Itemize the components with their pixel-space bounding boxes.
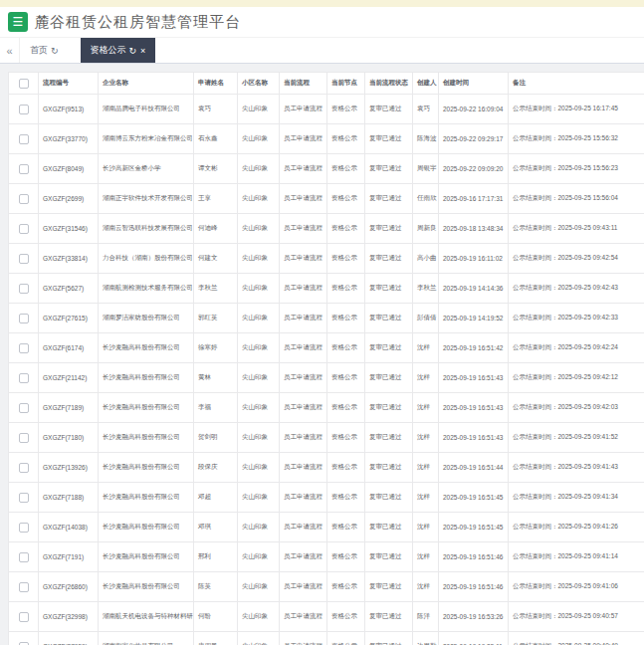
cell-current-process: 员工申请流程 <box>280 542 327 572</box>
cell-process-status: 复审已通过 <box>365 274 413 304</box>
cell-current-process: 员工申请流程 <box>280 184 327 214</box>
row-checkbox[interactable] <box>19 134 29 144</box>
cell-current-node: 资格公示 <box>327 304 365 333</box>
cell-company: 湖南梦洁家纺股份有限公司 <box>99 304 194 333</box>
select-all-checkbox[interactable] <box>19 79 29 89</box>
cell-remark: 公示结束时间：2025-09-25 09:42:33 <box>509 304 644 333</box>
cell-process-no: GXGZF(33814) <box>39 244 99 274</box>
cell-community: 尖山印象 <box>238 154 280 184</box>
cell-community: 尖山印象 <box>238 423 280 453</box>
cell-creator: 陈海波 <box>413 124 439 154</box>
cell-remark: 公示结束时间：2025-09-25 09:41:34 <box>509 483 644 513</box>
cell-creator: 沈样 <box>413 572 439 602</box>
column-header-applicant: 申请姓名 <box>194 73 238 95</box>
row-checkbox[interactable] <box>19 612 29 622</box>
cell-created-at: 2025-09-19 16:51:46 <box>439 572 509 602</box>
row-checkbox[interactable] <box>19 552 29 562</box>
cell-community: 尖山印象 <box>238 274 280 304</box>
row-checkbox[interactable] <box>19 254 29 264</box>
cell-current-node: 资格公示 <box>327 214 365 244</box>
cell-creator: 高小曲 <box>413 244 439 274</box>
cell-current-node: 资格公示 <box>327 483 365 513</box>
row-checkbox-cell <box>9 154 39 184</box>
table-row: GXGZF(13926)长沙麦融高科股份有限公司段保庆尖山印象员工申请流程资格公… <box>9 453 644 483</box>
row-checkbox[interactable] <box>19 314 29 323</box>
row-checkbox[interactable] <box>19 493 29 503</box>
table-row: GXGZF(27959)湖南御家化妆品有限公司康四凤尖山印象员工申请流程资格公示… <box>9 632 644 645</box>
row-checkbox[interactable] <box>19 373 29 383</box>
tabs-scroll-left-button[interactable]: « <box>0 38 20 63</box>
cell-community: 尖山印象 <box>238 542 280 572</box>
row-checkbox[interactable] <box>19 284 29 294</box>
cell-community: 尖山印象 <box>238 572 280 602</box>
cell-process-no: GXGZF(7191) <box>39 542 99 572</box>
column-header-process-status: 当前流程状态 <box>365 73 413 95</box>
cell-applicant: 何迪峰 <box>194 214 238 244</box>
cell-created-at: 2025-09-16 17:17:31 <box>439 184 509 214</box>
tab-qualification-publicity[interactable]: 资格公示 ↻ × <box>81 38 156 63</box>
tab-home[interactable]: 首页 ↻ <box>20 38 69 63</box>
cell-creator: 沈样 <box>413 483 439 513</box>
row-checkbox[interactable] <box>19 523 29 533</box>
cell-remark: 公示结束时间：2025-09-25 09:43:11 <box>509 214 644 244</box>
row-checkbox[interactable] <box>19 343 29 353</box>
cell-process-no: GXGZF(9513) <box>39 95 99 124</box>
cell-applicant: 邓琪 <box>194 513 238 542</box>
cell-current-process: 员工申请流程 <box>280 572 327 602</box>
row-checkbox[interactable] <box>19 105 29 114</box>
cell-process-status: 复审已通过 <box>365 483 413 513</box>
cell-creator: 沈样 <box>413 423 439 453</box>
row-checkbox[interactable] <box>19 403 29 413</box>
cell-current-node: 资格公示 <box>327 244 365 274</box>
row-checkbox[interactable] <box>19 642 29 645</box>
cell-creator: 沈样 <box>413 333 439 363</box>
cell-process-status: 复审已通过 <box>365 513 413 542</box>
cell-process-no: GXGZF(33770) <box>39 124 99 154</box>
table-row: GXGZF(7189)长沙麦融高科股份有限公司李福尖山印象员工申请流程资格公示复… <box>9 393 644 423</box>
cell-current-node: 资格公示 <box>327 423 365 453</box>
cell-process-status: 复审已通过 <box>365 95 413 124</box>
row-checkbox[interactable] <box>19 194 29 204</box>
cell-applicant: 邢利 <box>194 542 238 572</box>
cell-remark: 公示结束时间：2025-09-25 09:42:03 <box>509 393 644 423</box>
cell-company: 力合科技（湖南）股份有限公司 <box>99 244 194 274</box>
row-checkbox[interactable] <box>19 224 29 234</box>
cell-process-status: 复审已通过 <box>365 154 413 184</box>
cell-applicant: 陈英 <box>194 572 238 602</box>
column-header-remark: 备注 <box>509 73 644 95</box>
cell-creator: 沈样 <box>413 453 439 483</box>
close-tab-icon[interactable]: × <box>140 46 145 56</box>
cell-created-at: 2025-09-19 16:53:26 <box>439 602 509 632</box>
refresh-icon[interactable]: ↻ <box>129 46 137 56</box>
cell-company: 湖南云智迅联科技发展有限公司 <box>99 214 194 244</box>
cell-created-at: 2025-09-22 09:09:20 <box>439 154 509 184</box>
row-checkbox[interactable] <box>19 463 29 473</box>
cell-created-at: 2025-09-22 09:29:17 <box>439 124 509 154</box>
row-checkbox[interactable] <box>19 582 29 592</box>
cell-applicant: 袁巧 <box>194 95 238 124</box>
cell-current-node: 资格公示 <box>327 154 365 184</box>
double-chevron-left-icon: « <box>6 45 12 57</box>
row-checkbox[interactable] <box>19 164 29 174</box>
page-title: 麓谷租赁公租房智慧管理平台 <box>34 13 241 32</box>
table-row: GXGZF(7180)长沙麦融高科股份有限公司贺剑明尖山印象员工申请流程资格公示… <box>9 423 644 453</box>
row-checkbox-cell <box>9 95 39 124</box>
cell-community: 尖山印象 <box>238 95 280 124</box>
cell-current-node: 资格公示 <box>327 542 365 572</box>
row-checkbox[interactable] <box>19 433 29 443</box>
cell-company: 长沙高新区金桥小学 <box>99 154 194 184</box>
menu-toggle-button[interactable]: ☰ <box>8 12 28 32</box>
cell-process-status: 复审已通过 <box>365 244 413 274</box>
cell-process-no: GXGZF(7189) <box>39 393 99 423</box>
cell-creator: 边思勤 <box>413 632 439 645</box>
cell-process-no: GXGZF(26860) <box>39 572 99 602</box>
cell-community: 尖山印象 <box>238 602 280 632</box>
cell-process-no: GXGZF(8049) <box>39 154 99 184</box>
cell-community: 尖山印象 <box>238 453 280 483</box>
cell-creator: 袁巧 <box>413 95 439 124</box>
cell-remark: 公示结束时间：2025-09-25 09:41:43 <box>509 453 644 483</box>
cell-company: 湖南御家化妆品有限公司 <box>99 632 194 645</box>
refresh-icon[interactable]: ↻ <box>51 46 59 56</box>
cell-current-process: 员工申请流程 <box>280 602 327 632</box>
tab-qualification-publicity-label: 资格公示 <box>91 44 126 57</box>
